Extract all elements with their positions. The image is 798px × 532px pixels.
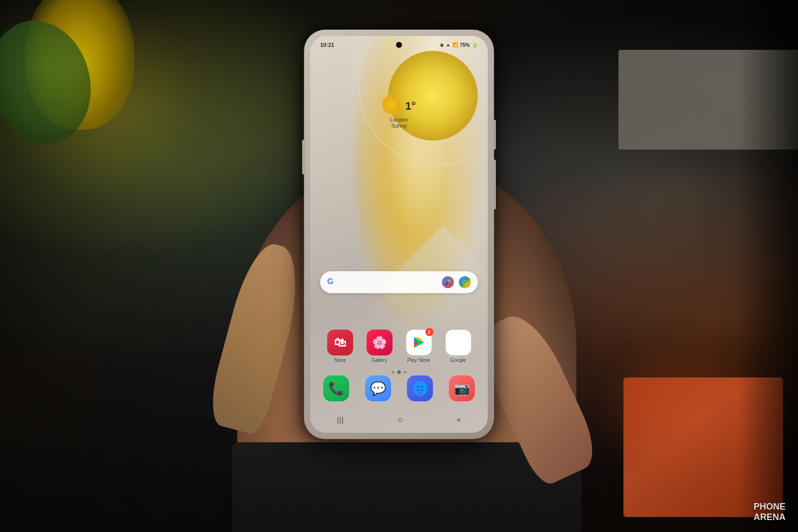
app-row-1: 🛍 Store 🌸 Gallery 2 bbox=[320, 330, 478, 363]
weather-temp: 1° bbox=[405, 100, 415, 113]
playstore-label: Play Store bbox=[407, 357, 430, 363]
phone-icon: 📞 bbox=[323, 375, 349, 401]
internet-icon: 🌐 bbox=[407, 375, 433, 401]
home-button[interactable]: ○ bbox=[398, 415, 403, 425]
phone-screen: 10:21 ◉ ▲ 📶 75% 🔋 1° London Sunny bbox=[310, 36, 488, 433]
app-grid: 🛍 Store 🌸 Gallery 2 bbox=[310, 330, 488, 368]
store-app[interactable]: 🛍 Store bbox=[323, 330, 357, 363]
dock-camera[interactable]: 📷 bbox=[445, 375, 479, 401]
weather-condition: Sunny bbox=[382, 123, 415, 129]
gallery-icon: 🌸 bbox=[367, 330, 393, 355]
recent-apps-button[interactable]: ||| bbox=[337, 416, 344, 424]
weather-icon bbox=[382, 96, 400, 114]
volume-button bbox=[493, 160, 496, 209]
phone-body: 10:21 ◉ ▲ 📶 75% 🔋 1° London Sunny bbox=[304, 30, 494, 439]
search-bar[interactable]: G 🎤 ⬡ bbox=[320, 271, 478, 293]
google-label: Google bbox=[450, 357, 466, 363]
google-icon bbox=[445, 330, 471, 355]
phonearena-watermark: PHONE ARENA bbox=[754, 502, 786, 523]
search-action-icons: 🎤 ⬡ bbox=[442, 276, 471, 288]
google-app[interactable]: Google bbox=[441, 330, 475, 363]
weather-widget[interactable]: 1° London Sunny bbox=[382, 96, 415, 129]
dock-internet[interactable]: 🌐 bbox=[403, 375, 437, 401]
weather-city: London bbox=[382, 117, 415, 123]
right-shadow bbox=[738, 0, 798, 532]
dock-messages[interactable]: 💬 bbox=[361, 375, 395, 401]
status-time: 10:21 bbox=[320, 42, 334, 48]
playstore-badge: 2 bbox=[425, 328, 433, 336]
playstore-app[interactable]: 2 bbox=[402, 330, 436, 363]
status-icons: ◉ ▲ 📶 75% 🔋 bbox=[440, 42, 478, 48]
phone-wrapper: 10:21 ◉ ▲ 📶 75% 🔋 1° London Sunny bbox=[304, 30, 494, 439]
nav-bar: ||| ○ < bbox=[310, 411, 488, 429]
battery-text: 75% bbox=[460, 42, 470, 48]
store-label: Store bbox=[334, 357, 346, 363]
playstore-icon: 2 bbox=[406, 330, 432, 355]
lens-search-icon[interactable]: ⬡ bbox=[459, 276, 471, 288]
camera-icon: 📷 bbox=[449, 375, 475, 401]
dock-phone[interactable]: 📞 bbox=[319, 375, 353, 401]
left-button bbox=[302, 140, 305, 175]
power-button bbox=[493, 120, 496, 150]
messages-icon: 💬 bbox=[365, 375, 391, 401]
gallery-app[interactable]: 🌸 Gallery bbox=[363, 330, 397, 363]
google-logo: G bbox=[327, 277, 337, 287]
store-icon: 🛍 bbox=[327, 330, 353, 355]
dock: 📞 💬 🌐 📷 bbox=[315, 369, 483, 408]
gallery-label: Gallery bbox=[372, 357, 388, 363]
camera-hole bbox=[396, 42, 402, 48]
back-button[interactable]: < bbox=[457, 416, 461, 424]
voice-search-icon[interactable]: 🎤 bbox=[442, 276, 454, 288]
